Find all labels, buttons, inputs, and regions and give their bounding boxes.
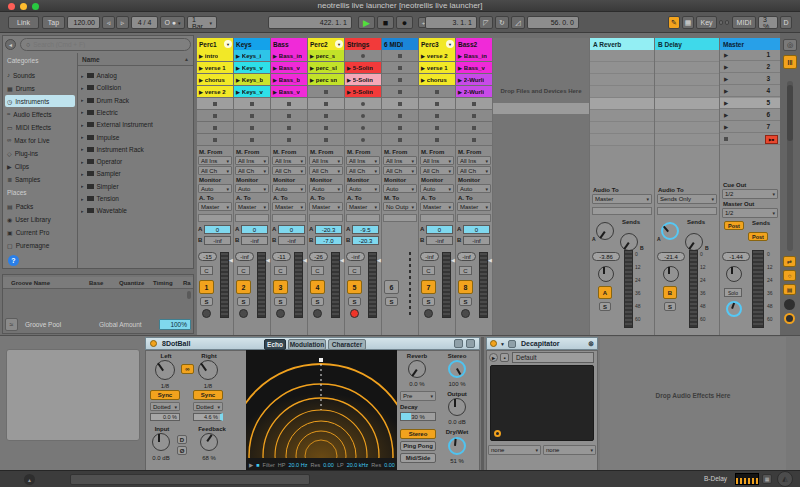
clip-slot[interactable]: ▶Bass_v <box>456 62 492 73</box>
clip-stop-icon[interactable] <box>398 126 402 130</box>
pan-knob[interactable] <box>663 266 679 282</box>
filter-res1-value[interactable]: 0.00 <box>323 462 334 468</box>
empty-clip-slot[interactable] <box>271 134 307 145</box>
expand-arrow-icon[interactable]: ▸ <box>81 171 84 177</box>
metronome-button[interactable]: O ● <box>160 16 185 29</box>
send-b-field[interactable]: -inf <box>204 236 231 245</box>
solo-button[interactable]: S <box>599 302 611 311</box>
groove-col-timing[interactable]: Timing <box>153 280 173 286</box>
filter-hp-value[interactable]: 20.0 Hz <box>288 462 307 468</box>
volume-handle-icon[interactable]: ◀ <box>303 257 307 263</box>
clip-stop-icon[interactable] <box>324 138 328 142</box>
echo-dotted-left-menu[interactable]: Dotted <box>150 402 180 411</box>
arm-button[interactable] <box>350 309 359 318</box>
show-hide-info-icon[interactable]: ▲ <box>24 474 35 485</box>
empty-clip-slot[interactable] <box>382 134 418 145</box>
clip-stop-icon[interactable] <box>472 126 476 130</box>
volume-field[interactable]: -inf <box>420 252 439 261</box>
slot-circle-icon[interactable] <box>361 102 365 106</box>
clip-play-icon[interactable]: ▶ <box>199 77 203 83</box>
device-activator-icon[interactable] <box>150 340 157 347</box>
track-activator-button[interactable]: 4 <box>310 280 325 294</box>
echo-input-value[interactable]: 0.0 dB <box>146 455 176 461</box>
send-a-field[interactable]: 0 <box>241 225 268 234</box>
loop-length-field[interactable]: 56. 0. 0 <box>527 16 579 29</box>
output-menu[interactable]: Master <box>420 202 454 211</box>
nudge-down-button[interactable]: ◃ <box>102 16 115 29</box>
output-menu[interactable]: Master <box>346 202 380 211</box>
echo-sync-right-button[interactable]: Sync <box>193 390 223 400</box>
draw-mode-icon[interactable]: ✎ <box>668 16 680 29</box>
volume-field[interactable]: -26 <box>309 252 328 261</box>
record-button[interactable]: ● <box>396 16 413 29</box>
scene-play-icon[interactable]: ▶ <box>724 100 728 106</box>
clip-slot[interactable]: ▶2-Wurli <box>456 86 492 97</box>
echo-right-time[interactable]: 1/8 <box>195 383 221 389</box>
key-map-button[interactable]: Key <box>696 16 717 29</box>
list-item-operator[interactable]: ▸Operator <box>81 156 193 167</box>
empty-clip-slot[interactable] <box>382 50 418 61</box>
track-activator-button[interactable]: 7 <box>421 280 436 294</box>
echo-feedback-value[interactable]: 68 % <box>196 455 222 461</box>
pan-field[interactable]: C <box>311 266 324 275</box>
clip-play-icon[interactable]: ▶ <box>347 77 351 83</box>
send-b-field[interactable]: -20.3 <box>352 236 379 245</box>
echo-reverb-value[interactable]: 0.0 % <box>400 381 434 387</box>
pan-field[interactable]: C <box>237 266 250 275</box>
sidebar-item-plug-ins[interactable]: ◇Plug-ins <box>5 147 75 159</box>
expand-arrow-icon[interactable]: ▸ <box>81 159 84 165</box>
track-activator-button[interactable]: 2 <box>236 280 251 294</box>
volume-handle-icon[interactable]: ◀ <box>266 257 270 263</box>
input-channel-menu[interactable]: All Ch <box>198 166 232 175</box>
list-item-wavetable[interactable]: ▸Wavetable <box>81 205 193 216</box>
clip-play-icon[interactable]: ▶ <box>421 77 425 83</box>
solo-button[interactable]: S <box>200 297 213 306</box>
monitor-menu[interactable]: Auto <box>383 184 417 193</box>
clip-play-icon[interactable]: ▶ <box>310 65 314 71</box>
preset-name-field[interactable]: Default <box>512 352 594 363</box>
input-type-menu[interactable]: All Ins <box>383 156 417 165</box>
volume-field[interactable]: -3.86 <box>592 252 620 261</box>
output-menu[interactable]: Master <box>309 202 343 211</box>
clip-stop-icon[interactable] <box>213 114 217 118</box>
empty-clip-slot[interactable] <box>271 122 307 133</box>
clip-slot[interactable]: ▶Bass_v <box>271 62 307 73</box>
clip-slot[interactable]: ▶perc sn <box>308 74 344 85</box>
browser-collapse-icon[interactable]: ◂ <box>5 39 16 50</box>
clip-slot[interactable]: ▶verse 2 <box>197 86 233 97</box>
clip-play-icon[interactable]: ▶ <box>236 53 240 59</box>
expand-arrow-icon[interactable]: ▸ <box>81 97 84 103</box>
clip-play-icon[interactable]: ▶ <box>310 53 314 59</box>
send-b-field[interactable]: -7.0 <box>315 236 342 245</box>
empty-clip-slot[interactable] <box>419 98 455 109</box>
plugin-edit-icon[interactable] <box>508 340 516 348</box>
list-item-simpler[interactable]: ▸Simpler <box>81 181 193 192</box>
groove-col-quantize[interactable]: Quantize <box>119 280 144 286</box>
echo-phase-button[interactable]: Ø <box>177 446 187 455</box>
empty-clip-slot[interactable] <box>456 98 492 109</box>
input-type-menu[interactable]: All Ins <box>309 156 343 165</box>
return-header-a-reverb[interactable]: A Reverb <box>590 38 654 50</box>
slot-circle-icon[interactable] <box>361 138 365 142</box>
slot-circle-icon[interactable] <box>361 126 365 130</box>
list-item-drum-rack[interactable]: ▸Drum Rack <box>81 95 193 106</box>
clip-stop-icon[interactable] <box>435 114 439 118</box>
clip-stop-icon[interactable] <box>287 102 291 106</box>
clip-slot[interactable]: ▶2-Wurli <box>456 74 492 85</box>
clip-stop-icon[interactable] <box>213 126 217 130</box>
expand-arrow-icon[interactable]: ▸ <box>81 73 84 79</box>
clip-play-icon[interactable]: ▶ <box>273 89 277 95</box>
clip-play-icon[interactable]: ▶ <box>458 89 462 95</box>
expand-arrow-icon[interactable]: ▸ <box>81 109 84 115</box>
unfold-device-icon[interactable]: ▼ <box>500 341 505 347</box>
clip-stop-icon[interactable] <box>324 102 328 106</box>
return-header-b-delay[interactable]: B Delay <box>655 38 719 50</box>
solo-button[interactable]: S <box>459 297 472 306</box>
send-a-post-button[interactable]: Post <box>724 221 744 230</box>
solo-button[interactable]: S <box>348 297 361 306</box>
input-type-menu[interactable]: All Ins <box>346 156 380 165</box>
groove-col-base[interactable]: Base <box>89 280 103 286</box>
send-b-field[interactable]: -inf <box>241 236 268 245</box>
filter-left-icon[interactable]: ▶ <box>249 462 253 468</box>
monitor-menu[interactable]: Auto <box>457 184 491 193</box>
